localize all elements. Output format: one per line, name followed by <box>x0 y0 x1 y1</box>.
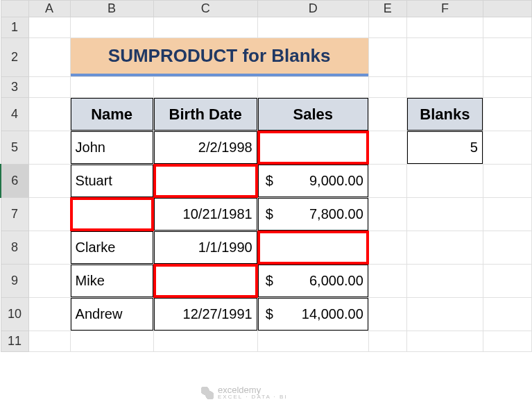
cell-B11[interactable] <box>70 331 153 352</box>
cell-E2[interactable] <box>368 38 406 77</box>
cell-E10[interactable] <box>368 298 406 331</box>
worksheet: A B C D E F 1 2 SUMPRODUCT for Blanks 3 <box>0 0 532 352</box>
header-name[interactable]: Name <box>70 98 153 131</box>
cell-G7[interactable] <box>483 198 531 231</box>
cell-A11[interactable] <box>28 331 70 352</box>
row-header-11[interactable]: 11 <box>1 331 28 352</box>
sales-value <box>258 231 368 264</box>
title-range[interactable]: SUMPRODUCT for Blanks <box>70 38 368 77</box>
cell-G6[interactable] <box>483 165 531 198</box>
cell-D6[interactable]: $9,000.00 <box>257 165 368 198</box>
cell-E11[interactable] <box>368 331 406 352</box>
sales-amount: 14,000.00 <box>302 306 363 322</box>
cell-D5[interactable] <box>257 131 368 165</box>
cell-F2[interactable] <box>406 38 483 77</box>
cell-F8[interactable] <box>406 231 483 265</box>
cell-F10[interactable] <box>406 298 483 331</box>
cell-B1[interactable] <box>70 17 153 38</box>
cell-D10[interactable]: $14,000.00 <box>257 298 368 331</box>
cell-D8[interactable] <box>257 231 368 265</box>
row-header-2[interactable]: 2 <box>1 38 28 77</box>
cell-C6[interactable] <box>153 165 257 198</box>
cell-A8[interactable] <box>28 231 70 265</box>
cell-D1[interactable] <box>257 17 368 38</box>
col-header-A[interactable]: A <box>28 1 70 17</box>
cell-G10[interactable] <box>483 298 531 331</box>
cell-C9[interactable] <box>153 265 257 298</box>
cell-G4[interactable] <box>483 98 531 131</box>
cell-E4[interactable] <box>368 98 406 131</box>
cell-D7[interactable]: $7,800.00 <box>257 198 368 231</box>
cell-D9[interactable]: $6,000.00 <box>257 265 368 298</box>
cell-D11[interactable] <box>257 331 368 352</box>
cell-B3[interactable] <box>70 77 153 98</box>
cell-A9[interactable] <box>28 265 70 298</box>
cell-A1[interactable] <box>28 17 70 38</box>
cell-A4[interactable] <box>28 98 70 131</box>
header-sales[interactable]: Sales <box>257 98 368 131</box>
cell-C8[interactable]: 1/1/1990 <box>153 231 257 265</box>
cell-F3[interactable] <box>406 77 483 98</box>
cell-E8[interactable] <box>368 231 406 265</box>
col-header-D[interactable]: D <box>257 1 368 17</box>
cell-C5[interactable]: 2/2/1998 <box>153 131 257 165</box>
cell-B8[interactable]: Clarke <box>70 231 153 265</box>
cell-A6[interactable] <box>28 165 70 198</box>
cell-A5[interactable] <box>28 131 70 165</box>
select-all-corner[interactable] <box>1 1 28 17</box>
col-header-F[interactable]: F <box>406 1 483 17</box>
cell-G2[interactable] <box>483 38 531 77</box>
cell-G8[interactable] <box>483 231 531 265</box>
header-blanks-label: Blanks <box>407 98 483 131</box>
cell-A3[interactable] <box>28 77 70 98</box>
col-header-E[interactable]: E <box>368 1 406 17</box>
cell-B5[interactable]: John <box>70 131 153 165</box>
cell-F11[interactable] <box>406 331 483 352</box>
cell-F1[interactable] <box>406 17 483 38</box>
cell-C3[interactable] <box>153 77 257 98</box>
cell-B6[interactable]: Stuart <box>70 165 153 198</box>
birth-value: 12/27/1991 <box>154 298 257 331</box>
cell-D3[interactable] <box>257 77 368 98</box>
cell-B9[interactable]: Mike <box>70 265 153 298</box>
cell-F7[interactable] <box>406 198 483 231</box>
cell-A10[interactable] <box>28 298 70 331</box>
cell-E1[interactable] <box>368 17 406 38</box>
cell-F5[interactable]: 5 <box>406 131 483 165</box>
cell-C1[interactable] <box>153 17 257 38</box>
row-header-1[interactable]: 1 <box>1 17 28 38</box>
cell-E6[interactable] <box>368 165 406 198</box>
cell-C11[interactable] <box>153 331 257 352</box>
birth-value <box>154 165 257 197</box>
cell-G9[interactable] <box>483 265 531 298</box>
row-header-9[interactable]: 9 <box>1 265 28 298</box>
cell-A2[interactable] <box>28 38 70 77</box>
cell-E5[interactable] <box>368 131 406 165</box>
cell-B7[interactable] <box>70 198 153 231</box>
cell-E7[interactable] <box>368 198 406 231</box>
cell-G5[interactable] <box>483 131 531 165</box>
row-header-7[interactable]: 7 <box>1 198 28 231</box>
cell-C10[interactable]: 12/27/1991 <box>153 298 257 331</box>
sales-value: $9,000.00 <box>258 165 368 197</box>
row-header-5[interactable]: 5 <box>1 131 28 165</box>
row-header-3[interactable]: 3 <box>1 77 28 98</box>
row-header-6[interactable]: 6 <box>1 165 28 198</box>
cell-G11[interactable] <box>483 331 531 352</box>
col-header-C[interactable]: C <box>153 1 257 17</box>
row-header-10[interactable]: 10 <box>1 298 28 331</box>
cell-E9[interactable] <box>368 265 406 298</box>
cell-G3[interactable] <box>483 77 531 98</box>
cell-C7[interactable]: 10/21/1981 <box>153 198 257 231</box>
cell-B10[interactable]: Andrew <box>70 298 153 331</box>
header-blanks[interactable]: Blanks <box>406 98 483 131</box>
cell-F6[interactable] <box>406 165 483 198</box>
row-header-8[interactable]: 8 <box>1 231 28 265</box>
col-header-B[interactable]: B <box>70 1 153 17</box>
cell-E3[interactable] <box>368 77 406 98</box>
cell-G1[interactable] <box>483 17 531 38</box>
row-header-4[interactable]: 4 <box>1 98 28 131</box>
header-birth[interactable]: Birth Date <box>153 98 257 131</box>
cell-F9[interactable] <box>406 265 483 298</box>
cell-A7[interactable] <box>28 198 70 231</box>
